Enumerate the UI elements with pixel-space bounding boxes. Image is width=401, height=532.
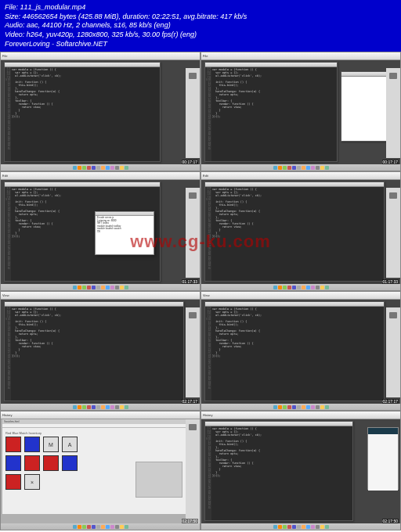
dock-app-icon[interactable] (287, 166, 291, 170)
dock-app-icon[interactable] (320, 525, 324, 529)
dock-app-icon[interactable] (73, 166, 77, 170)
dock-app-icon[interactable] (292, 286, 296, 289)
color-swatch[interactable] (24, 437, 40, 452)
dock-app-icon[interactable] (292, 525, 296, 529)
dock-app-icon[interactable] (87, 405, 91, 409)
dock-app-icon[interactable] (311, 405, 315, 409)
terminal-dialog[interactable]: $ node server.js Listening on :3000 GET … (95, 211, 154, 255)
dock-app-icon[interactable] (320, 405, 324, 409)
dock-app-icon[interactable] (302, 405, 305, 409)
dock-app-icon[interactable] (92, 166, 96, 170)
dock-app-icon[interactable] (78, 525, 81, 529)
dock-app-icon[interactable] (278, 525, 282, 529)
dock-app-icon[interactable] (115, 525, 119, 529)
dock-app-icon[interactable] (125, 405, 128, 409)
dock-app-icon[interactable] (115, 286, 119, 289)
dock-app-icon[interactable] (106, 166, 110, 170)
dock-app-icon[interactable] (96, 166, 100, 170)
color-swatch[interactable] (43, 455, 59, 471)
dock-app-icon[interactable] (120, 525, 124, 529)
dock-app-icon[interactable] (297, 166, 301, 170)
dock-app-icon[interactable] (316, 525, 320, 529)
dock-app-icon[interactable] (92, 525, 96, 529)
color-swatch[interactable]: M (43, 437, 59, 452)
dock-app-icon[interactable] (325, 525, 329, 529)
dock-app-icon[interactable] (73, 525, 77, 529)
dock-app-icon[interactable] (125, 525, 128, 529)
dock-app-icon[interactable] (306, 525, 310, 529)
dock-app-icon[interactable] (78, 166, 81, 170)
dock-app-icon[interactable] (283, 286, 287, 289)
dock-app-icon[interactable] (110, 166, 114, 170)
dock-app-icon[interactable] (283, 166, 287, 170)
dock-app-icon[interactable] (82, 286, 86, 289)
dock-app-icon[interactable] (101, 166, 105, 170)
dock-app-icon[interactable] (278, 405, 282, 409)
dock-app-icon[interactable] (96, 405, 100, 409)
dock-app-icon[interactable] (92, 405, 96, 409)
dock-app-icon[interactable] (320, 286, 324, 289)
dock-app-icon[interactable] (120, 286, 124, 289)
dock-app-icon[interactable] (306, 166, 310, 170)
color-swatch[interactable] (5, 455, 21, 471)
dock-app-icon[interactable] (106, 525, 110, 529)
dock-app-icon[interactable] (311, 525, 315, 529)
dock-app-icon[interactable] (110, 286, 114, 289)
dock-app-icon[interactable] (325, 286, 329, 289)
dock-app-icon[interactable] (106, 286, 110, 289)
dock-app-icon[interactable] (306, 405, 310, 409)
dock-app-icon[interactable] (297, 525, 301, 529)
dock-app-icon[interactable] (287, 405, 291, 409)
dock-app-icon[interactable] (316, 166, 320, 170)
dock-app-icon[interactable] (92, 286, 96, 289)
color-swatch[interactable]: × (24, 474, 40, 490)
dock-app-icon[interactable] (320, 166, 324, 170)
color-swatch[interactable] (5, 474, 21, 490)
dock-app-icon[interactable] (273, 405, 277, 409)
dock-app-icon[interactable] (82, 525, 86, 529)
dock-app-icon[interactable] (278, 166, 282, 170)
dock-app-icon[interactable] (78, 405, 81, 409)
color-swatch[interactable] (62, 455, 78, 471)
dock-app-icon[interactable] (273, 525, 277, 529)
dock-app-icon[interactable] (273, 286, 277, 289)
dock-app-icon[interactable] (87, 525, 91, 529)
dock-app-icon[interactable] (87, 286, 91, 289)
dock-app-icon[interactable] (125, 166, 128, 170)
dock-app-icon[interactable] (287, 525, 291, 529)
dock-app-icon[interactable] (115, 405, 119, 409)
dock-app-icon[interactable] (120, 405, 124, 409)
dock-app-icon[interactable] (278, 286, 282, 289)
dock-app-icon[interactable] (120, 166, 124, 170)
dock-app-icon[interactable] (306, 286, 310, 289)
dock-app-icon[interactable] (325, 405, 329, 409)
dock-app-icon[interactable] (110, 405, 114, 409)
dock-app-icon[interactable] (106, 405, 110, 409)
dock-app-icon[interactable] (302, 286, 305, 289)
dock-app-icon[interactable] (82, 405, 86, 409)
dock-app-icon[interactable] (316, 286, 320, 289)
dock-app-icon[interactable] (292, 166, 296, 170)
dock-app-icon[interactable] (101, 286, 105, 289)
dock-app-icon[interactable] (297, 286, 301, 289)
dock-app-icon[interactable] (283, 525, 287, 529)
dock-app-icon[interactable] (82, 166, 86, 170)
dock-app-icon[interactable] (73, 286, 77, 289)
color-swatch[interactable] (5, 437, 21, 452)
dock-app-icon[interactable] (325, 166, 329, 170)
dock-app-icon[interactable] (273, 166, 277, 170)
dock-app-icon[interactable] (316, 405, 320, 409)
dock-app-icon[interactable] (125, 286, 128, 289)
dock-app-icon[interactable] (78, 286, 81, 289)
dock-app-icon[interactable] (287, 286, 291, 289)
dock-app-icon[interactable] (292, 405, 296, 409)
dock-app-icon[interactable] (297, 405, 301, 409)
dock-app-icon[interactable] (101, 405, 105, 409)
dock-app-icon[interactable] (311, 286, 315, 289)
dock-app-icon[interactable] (283, 405, 287, 409)
dock-app-icon[interactable] (87, 166, 91, 170)
dock-app-icon[interactable] (302, 166, 305, 170)
dock-app-icon[interactable] (73, 405, 77, 409)
dock-app-icon[interactable] (96, 525, 100, 529)
dock-app-icon[interactable] (96, 286, 100, 289)
